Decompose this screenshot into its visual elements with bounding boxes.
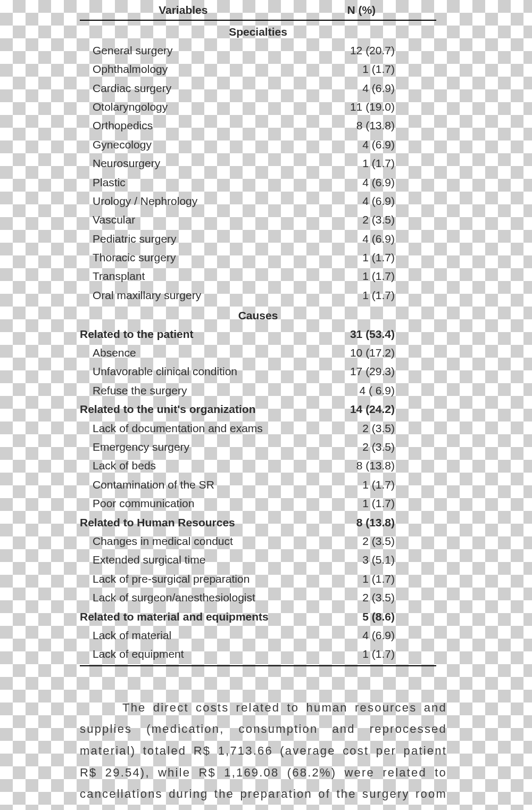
table-row: Related to material and equipments5 (8.6… — [80, 607, 436, 626]
table-row: Related to the patient31 (53.4) — [80, 325, 436, 343]
row-value: 1 (1.7) — [287, 475, 436, 494]
body-paragraph: The direct costs related to human resour… — [80, 697, 447, 810]
row-label: Absence — [80, 343, 287, 362]
row-label: Related to material and equipments — [80, 607, 287, 626]
row-value: 17 (29.3) — [287, 362, 436, 381]
table-row: Urology / Nephrology4 (6.9) — [80, 192, 436, 210]
row-label: Urology / Nephrology — [80, 192, 287, 210]
row-label: Contamination of the SR — [80, 475, 287, 494]
table-row: Changes in medical conduct2 (3.5) — [80, 532, 436, 550]
row-value: 1 (1.7) — [287, 248, 436, 267]
row-value: 1 (1.7) — [287, 267, 436, 285]
row-value: 3 (5.1) — [287, 550, 436, 569]
row-label: Otolaryngology — [80, 97, 287, 116]
row-value: 1 (1.7) — [287, 494, 436, 513]
table-row: Transplant1 (1.7) — [80, 267, 436, 285]
row-value: 1 (1.7) — [287, 286, 436, 304]
row-value: 4 (6.9) — [287, 192, 436, 210]
row-value: 12 (20.7) — [287, 41, 436, 60]
table-row: Emergency surgery2 (3.5) — [80, 437, 436, 456]
table-row: Poor communication1 (1.7) — [80, 494, 436, 513]
table-row: Plastic4 (6.9) — [80, 173, 436, 192]
row-value: 4 (6.9) — [287, 229, 436, 248]
table-row: Related to the unit's organization14 (24… — [80, 400, 436, 418]
table-row: Absence10 (17.2) — [80, 343, 436, 362]
row-value: 4 (6.9) — [287, 173, 436, 192]
row-label: General surgery — [80, 41, 287, 60]
row-label: Lack of beds — [80, 456, 287, 475]
table-row: Neurosurgery1 (1.7) — [80, 154, 436, 172]
table-row: Oral maxillary surgery1 (1.7) — [80, 286, 436, 304]
row-value: 2 (3.5) — [287, 588, 436, 607]
paragraph-text: The direct costs related to human resour… — [80, 701, 447, 810]
row-label: Lack of documentation and exams — [80, 419, 287, 437]
row-value: 8 (13.8) — [287, 456, 436, 475]
table-row: Lack of beds8 (13.8) — [80, 456, 436, 475]
section-title-causes: Causes — [80, 304, 436, 324]
row-label: Gynecology — [80, 135, 287, 154]
row-label: Plastic — [80, 173, 287, 192]
table-row: Lack of documentation and exams2 (3.5) — [80, 419, 436, 437]
table-row: Orthopedics8 (13.8) — [80, 116, 436, 135]
row-value: 31 (53.4) — [287, 325, 436, 343]
row-label: Neurosurgery — [80, 154, 287, 172]
section-title-specialties: Specialties — [80, 20, 436, 40]
table-row: Lack of surgeon/anesthesiologist2 (3.5) — [80, 588, 436, 607]
row-label: Changes in medical conduct — [80, 532, 287, 550]
table-row: Contamination of the SR1 (1.7) — [80, 475, 436, 494]
row-label: Extended surgical time — [80, 550, 287, 569]
table-row: Unfavorable clinical condition17 (29.3) — [80, 362, 436, 381]
row-label: Lack of material — [80, 626, 287, 644]
table-row: Cardiac surgery4 (6.9) — [80, 79, 436, 97]
table-header-variables: Variables — [80, 0, 287, 20]
row-label: Related to the unit's organization — [80, 400, 287, 418]
row-value: 10 (17.2) — [287, 343, 436, 362]
row-value: 8 (13.8) — [287, 116, 436, 135]
row-value: 8 (13.8) — [287, 513, 436, 532]
row-label: Lack of pre-surgical preparation — [80, 569, 287, 588]
table-row: Lack of equipment1 (1.7) — [80, 644, 436, 665]
table-row: Related to Human Resources8 (13.8) — [80, 513, 436, 532]
row-label: Refuse the surgery — [80, 381, 287, 400]
table-row: Lack of material4 (6.9) — [80, 626, 436, 644]
row-label: Lack of surgeon/anesthesiologist — [80, 588, 287, 607]
row-value: 1 (1.7) — [287, 644, 436, 665]
row-label: Oral maxillary surgery — [80, 286, 287, 304]
table-row: Vascular2 (3.5) — [80, 210, 436, 229]
row-value: 4 (6.9) — [287, 626, 436, 644]
table-row: Gynecology4 (6.9) — [80, 135, 436, 154]
row-label: Thoracic surgery — [80, 248, 287, 267]
table-row: General surgery12 (20.7) — [80, 41, 436, 60]
row-value: 4 (6.9) — [287, 79, 436, 97]
row-value: 2 (3.5) — [287, 437, 436, 456]
row-label: Cardiac surgery — [80, 79, 287, 97]
row-label: Related to Human Resources — [80, 513, 287, 532]
row-label: Orthopedics — [80, 116, 287, 135]
row-value: 5 (8.6) — [287, 607, 436, 626]
row-value: 4 ( 6.9) — [287, 381, 436, 400]
row-label: Emergency surgery — [80, 437, 287, 456]
row-label: Vascular — [80, 210, 287, 229]
table-row: Pediatric surgery4 (6.9) — [80, 229, 436, 248]
table-header-n-pct: N (%) — [287, 0, 436, 20]
row-label: Ophthalmology — [80, 60, 287, 78]
row-label: Related to the patient — [80, 325, 287, 343]
row-value: 11 (19.0) — [287, 97, 436, 116]
row-value: 1 (1.7) — [287, 569, 436, 588]
row-value: 2 (3.5) — [287, 419, 436, 437]
table-row: Extended surgical time3 (5.1) — [80, 550, 436, 569]
data-table: Variables N (%) SpecialtiesGeneral surge… — [80, 0, 436, 666]
row-label: Lack of equipment — [80, 644, 287, 665]
table-row: Ophthalmology1 (1.7) — [80, 60, 436, 78]
row-value: 1 (1.7) — [287, 154, 436, 172]
row-value: 4 (6.9) — [287, 135, 436, 154]
row-label: Unfavorable clinical condition — [80, 362, 287, 381]
table-row: Thoracic surgery1 (1.7) — [80, 248, 436, 267]
table-row: Otolaryngology11 (19.0) — [80, 97, 436, 116]
row-label: Pediatric surgery — [80, 229, 287, 248]
document-page: Variables N (%) SpecialtiesGeneral surge… — [80, 0, 436, 810]
row-label: Transplant — [80, 267, 287, 285]
row-value: 1 (1.7) — [287, 60, 436, 78]
row-value: 14 (24.2) — [287, 400, 436, 418]
table-row: Refuse the surgery4 ( 6.9) — [80, 381, 436, 400]
